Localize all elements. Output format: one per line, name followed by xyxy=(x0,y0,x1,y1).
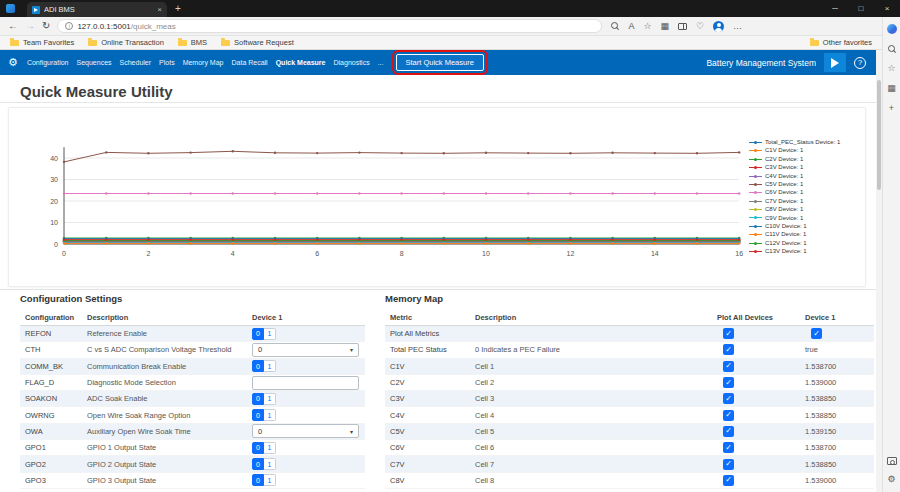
sidebar-collections-icon[interactable]: ▦ xyxy=(887,84,896,93)
legend-item[interactable]: C6V Device: 1 xyxy=(749,189,861,196)
legend-label: C10V Device: 1 xyxy=(765,223,807,230)
favorites-star-icon[interactable]: ☆ xyxy=(643,22,651,31)
config-description: Diagnostic Mode Selection xyxy=(87,378,252,387)
screenshot-icon[interactable] xyxy=(887,457,897,465)
profile-avatar[interactable] xyxy=(713,21,724,32)
help-icon[interactable]: ? xyxy=(854,57,866,69)
toggle-option-1[interactable]: 1 xyxy=(264,474,276,486)
metric-description: Cell 2 xyxy=(475,378,717,387)
toggle-option-0[interactable]: 0 xyxy=(252,409,264,421)
legend-item[interactable]: C1V Device: 1 xyxy=(749,147,861,154)
legend-item[interactable]: C10V Device: 1 xyxy=(749,223,861,230)
favorite-folder[interactable]: Online Transaction xyxy=(88,38,164,47)
favorite-folder[interactable]: BMS xyxy=(178,38,207,47)
sidebar-settings-gear-icon[interactable]: ⚙ xyxy=(887,475,895,484)
plot-checkbox[interactable]: ✓ xyxy=(723,328,734,339)
legend-item[interactable]: C5V Device: 1 xyxy=(749,181,861,188)
nav-item-sequences[interactable]: Sequences xyxy=(77,59,112,66)
flag_d-input[interactable] xyxy=(252,376,359,390)
nav-item-configuration[interactable]: Configuration xyxy=(27,59,69,66)
toggle-option-1[interactable]: 1 xyxy=(264,442,276,454)
plot-checkbox[interactable]: ✓ xyxy=(723,426,734,437)
plot-checkbox[interactable]: ✓ xyxy=(723,393,734,404)
plot-checkbox[interactable]: ✓ xyxy=(723,361,734,372)
legend-label: C12V Device: 1 xyxy=(765,240,807,247)
plot-checkbox[interactable]: ✓ xyxy=(723,442,734,453)
plot-checkbox[interactable]: ✓ xyxy=(723,344,734,355)
plot-checkbox[interactable]: ✓ xyxy=(723,475,734,486)
site-info-icon[interactable]: i xyxy=(65,22,73,30)
check-icon: ✓ xyxy=(725,411,732,419)
metric-name: C4V xyxy=(390,411,475,420)
copilot-icon[interactable] xyxy=(887,24,897,34)
other-favorites[interactable]: Other favorites xyxy=(810,38,872,47)
zoom-search-icon[interactable] xyxy=(611,22,619,30)
collections-icon[interactable]: ▦ xyxy=(660,22,669,31)
minimize-button[interactable]: ─ xyxy=(822,0,848,17)
nav-item-scheduler[interactable]: Scheduler xyxy=(120,59,152,66)
legend-item[interactable]: C7V Device: 1 xyxy=(749,198,861,205)
toggle-option-1[interactable]: 1 xyxy=(264,328,276,340)
nav-item-data-recall[interactable]: Data Recall xyxy=(231,59,267,66)
owa-select[interactable]: 0▾ xyxy=(252,424,359,438)
legend-item[interactable]: C13V Device: 1 xyxy=(749,248,861,255)
nav-item-memory-map[interactable]: Memory Map xyxy=(183,59,224,66)
soakon-toggle: 01 xyxy=(252,393,276,405)
close-button[interactable]: × xyxy=(874,0,900,17)
more-menu-icon[interactable]: … xyxy=(733,22,742,31)
favorite-label: Team Favorites xyxy=(23,38,74,47)
scrollbar-thumb[interactable] xyxy=(877,80,881,190)
back-button[interactable]: ← xyxy=(8,21,18,31)
browser-tab[interactable]: ADI BMS × xyxy=(27,2,167,17)
chevron-down-icon: ▾ xyxy=(350,428,353,435)
start-quick-measure-button[interactable]: Start Quick Measure xyxy=(396,54,484,71)
legend-item[interactable]: C11V Device: 1 xyxy=(749,231,861,238)
sidebar-add-icon[interactable]: + xyxy=(889,104,894,113)
toggle-option-0[interactable]: 0 xyxy=(252,442,264,454)
quick-measure-chart: 0102030400246810121416 Total_PEC_Status … xyxy=(8,107,866,287)
cth-select[interactable]: 0▾ xyxy=(252,343,359,357)
nav-item-diagnostics[interactable]: Diagnostics xyxy=(333,59,369,66)
nav-item-quick-measure[interactable]: Quick Measure xyxy=(276,59,326,66)
settings-gear-icon[interactable]: ⚙ xyxy=(8,57,18,68)
toggle-option-1[interactable]: 1 xyxy=(264,458,276,470)
legend-item[interactable]: C3V Device: 1 xyxy=(749,164,861,171)
legend-item[interactable]: C2V Device: 1 xyxy=(749,156,861,163)
toggle-option-1[interactable]: 1 xyxy=(264,393,276,405)
toggle-option-1[interactable]: 1 xyxy=(264,360,276,372)
plot-checkbox[interactable]: ✓ xyxy=(723,410,734,421)
nav-item-[interactable]: ... xyxy=(378,59,384,66)
legend-item[interactable]: C4V Device: 1 xyxy=(749,173,861,180)
split-screen-icon[interactable] xyxy=(678,23,687,30)
sidebar-favorites-icon[interactable]: ☆ xyxy=(887,64,895,73)
legend-item[interactable]: C12V Device: 1 xyxy=(749,240,861,247)
favorite-folder[interactable]: Software Request xyxy=(221,38,294,47)
favorite-folder[interactable]: Team Favorites xyxy=(10,38,74,47)
legend-item[interactable]: C8V Device: 1 xyxy=(749,206,861,213)
device1-value: 1.538700 xyxy=(805,362,836,371)
maximize-button[interactable]: □ xyxy=(848,0,874,17)
read-aloud-icon[interactable]: A xyxy=(628,22,634,31)
nav-item-plots[interactable]: Plots xyxy=(159,59,175,66)
browser-essentials-icon[interactable]: ♡ xyxy=(696,22,704,31)
new-tab-button[interactable]: + xyxy=(175,3,181,14)
forward-button: → xyxy=(25,21,35,31)
legend-marker-icon xyxy=(749,190,762,195)
device1-checkbox[interactable]: ✓ xyxy=(811,328,822,339)
toggle-option-0[interactable]: 0 xyxy=(252,474,264,486)
plot-checkbox[interactable]: ✓ xyxy=(723,459,734,470)
plot-all-devices-cell: ✓ xyxy=(717,442,805,453)
toggle-option-1[interactable]: 1 xyxy=(264,409,276,421)
address-bar[interactable]: i 127.0.0.1:5001/quick_meas xyxy=(57,19,602,33)
legend-item[interactable]: Total_PEC_Status Device: 1 xyxy=(749,139,861,146)
toggle-option-0[interactable]: 0 xyxy=(252,393,264,405)
sidebar-search-icon[interactable] xyxy=(888,45,896,53)
toggle-option-0[interactable]: 0 xyxy=(252,458,264,470)
toggle-option-0[interactable]: 0 xyxy=(252,328,264,340)
legend-item[interactable]: C9V Device: 1 xyxy=(749,215,861,222)
config-name: GPO1 xyxy=(25,443,87,452)
refresh-button[interactable]: ↻ xyxy=(42,21,50,31)
plot-checkbox[interactable]: ✓ xyxy=(723,377,734,388)
tab-close-icon[interactable]: × xyxy=(157,6,162,14)
toggle-option-0[interactable]: 0 xyxy=(252,360,264,372)
